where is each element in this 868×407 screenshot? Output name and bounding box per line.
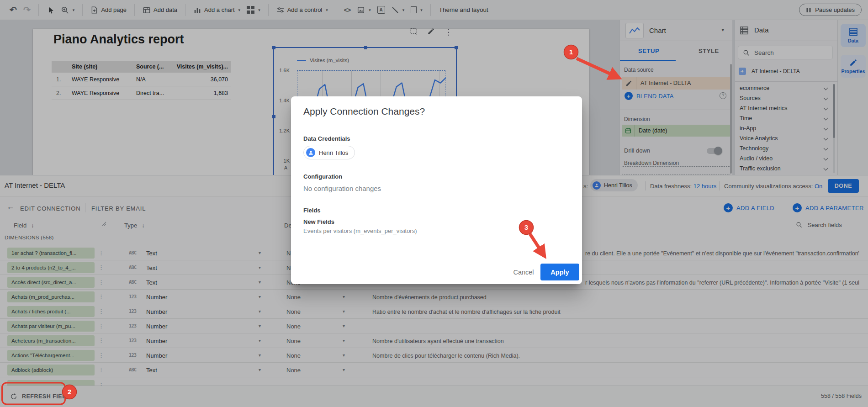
apply-connection-changes-dialog: Apply Connection Changes? Data Credentia…: [291, 96, 582, 284]
configuration-label: Configuration: [303, 173, 342, 180]
new-field-value: Events per visitors (m_events_per_visito…: [303, 227, 417, 234]
owner-name: Henri Tillos: [319, 149, 348, 156]
data-credentials-label: Data Credentials: [303, 135, 350, 142]
credentials-owner-chip[interactable]: Henri Tillos: [303, 146, 355, 159]
fields-label: Fields: [303, 207, 321, 214]
new-fields-label: New Fields: [303, 218, 334, 225]
dialog-title: Apply Connection Changes?: [303, 106, 425, 117]
looker-studio-app: ↶ ↷ ▾ Add page Add data Add a chart ▾ ▾: [0, 0, 868, 407]
configuration-value: No configuration changes: [303, 185, 381, 192]
apply-button[interactable]: Apply: [540, 264, 579, 280]
avatar: [306, 148, 315, 157]
cancel-button[interactable]: Cancel: [509, 264, 538, 280]
